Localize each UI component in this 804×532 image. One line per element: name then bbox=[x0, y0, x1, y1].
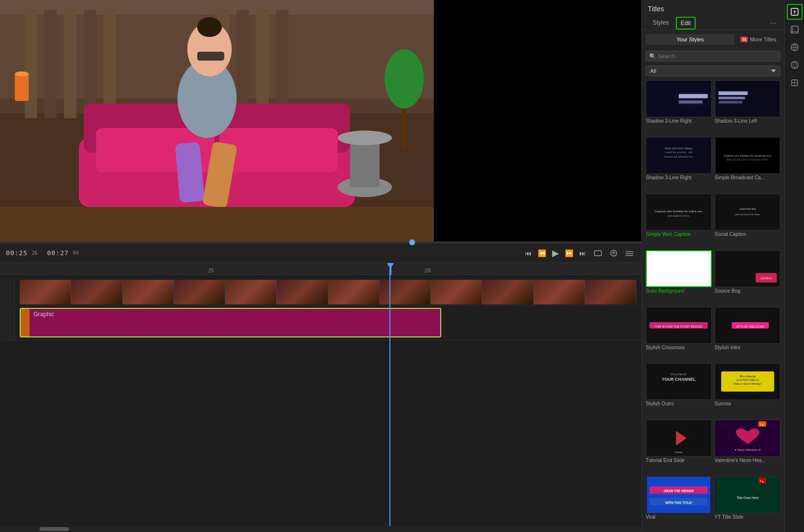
svg-rect-10 bbox=[256, 10, 269, 118]
play-button[interactable]: ▶ bbox=[550, 247, 561, 260]
export-button[interactable] bbox=[608, 248, 620, 258]
thumb-stylishCross[interactable]: THIS IS HOW THE STORY BEGINS. bbox=[646, 307, 712, 344]
svg-rect-35 bbox=[626, 255, 633, 256]
thumb-webCaption[interactable]: Captions and Subtitles for online use. a… bbox=[646, 194, 712, 231]
track-content-video[interactable] bbox=[15, 279, 641, 305]
svg-rect-42 bbox=[718, 97, 745, 99]
titles-tool-button[interactable]: T bbox=[787, 4, 803, 20]
skip-forward-button[interactable]: ⏭ bbox=[577, 248, 588, 258]
tab-edit[interactable]: Edit bbox=[676, 17, 696, 30]
video-track-row bbox=[0, 279, 641, 306]
svg-rect-38 bbox=[679, 100, 702, 103]
thumb-broadcast[interactable]: Captions use Subtitles for broadcast use… bbox=[715, 137, 781, 174]
list-item[interactable]: Shadow 3-Line Left bbox=[715, 80, 781, 134]
svg-text:and second line here.: and second line here. bbox=[735, 213, 760, 216]
svg-rect-43 bbox=[718, 101, 742, 103]
list-item[interactable]: T▲ Title Goes Here YT Title Slide bbox=[715, 476, 781, 530]
svg-point-27 bbox=[338, 131, 392, 145]
timecode-duration: 00:27 bbox=[47, 249, 69, 257]
timeline-scrollbar[interactable] bbox=[0, 526, 641, 532]
list-item[interactable]: GRAB THE VIEWER WITH THIS TITLE! Viral bbox=[646, 476, 712, 530]
video-strip[interactable] bbox=[20, 280, 636, 304]
track-content-graphic[interactable]: Graphic bbox=[15, 306, 641, 340]
thumb-name-shadow3r: Shadow 3-Line Right bbox=[646, 175, 712, 180]
thumb-tutorialEnd[interactable]: Adobe bbox=[646, 420, 712, 457]
svg-text:Captions use Subtitles for bro: Captions use Subtitles for broadcast use… bbox=[723, 154, 771, 157]
filter-select[interactable]: All Basic Lower Thirds Openers Titles bbox=[646, 66, 780, 76]
panel-header: Titles Styles Edit ··· bbox=[642, 0, 784, 30]
your-styles-button[interactable]: Your Styles bbox=[646, 34, 734, 45]
list-item[interactable]: STYLISH WELCOME Stylish Intro bbox=[715, 307, 781, 361]
fit-button[interactable] bbox=[592, 249, 604, 257]
crop-tool-button[interactable] bbox=[787, 22, 803, 37]
list-item[interactable]: ♥ Happy Valentine's ♥ T▲ Valentine's Neo… bbox=[715, 420, 781, 473]
scroll-thumb[interactable] bbox=[39, 527, 69, 531]
list-item[interactable]: THIS IS HOW THE STORY BEGINS. Stylish Cr… bbox=[646, 307, 712, 361]
skip-back-button[interactable]: ⏮ bbox=[523, 248, 534, 258]
more-titles-button[interactable]: St More Titles bbox=[736, 34, 780, 45]
svg-text:and related tex here.: and related tex here. bbox=[668, 215, 690, 217]
video-thumb bbox=[328, 280, 380, 304]
thumb-shadow3l[interactable] bbox=[715, 80, 781, 117]
thumb-socialCaption[interactable]: insert first line and second line here. bbox=[715, 194, 781, 231]
thumb-shadow3r[interactable]: Keep your focus always toward the sunshi… bbox=[646, 137, 712, 174]
video-thumb bbox=[174, 280, 225, 304]
list-item[interactable]: Shadow 2-Line Right bbox=[646, 80, 712, 134]
effects-tool-button[interactable] bbox=[787, 39, 803, 55]
svg-text:Both can have two or more line: Both can have two or more lines of text. bbox=[727, 159, 769, 161]
list-item[interactable]: Keep your focus always toward the sunshi… bbox=[646, 137, 712, 191]
video-preview bbox=[0, 0, 641, 243]
graphic-strip[interactable]: Graphic bbox=[20, 308, 441, 337]
video-thumb bbox=[71, 280, 122, 304]
panel-menu-dots[interactable]: ··· bbox=[768, 19, 778, 28]
svg-rect-37 bbox=[679, 94, 708, 99]
tab-styles[interactable]: Styles bbox=[648, 17, 674, 30]
graphic-orange-handle[interactable] bbox=[21, 309, 30, 336]
list-item[interactable]: SOURCE Source Bug bbox=[715, 250, 781, 304]
video-thumb bbox=[482, 280, 533, 304]
settings-button[interactable] bbox=[624, 248, 635, 258]
list-item[interactable]: Captions use Subtitles for broadcast use… bbox=[715, 137, 781, 191]
st-badge: St bbox=[740, 36, 748, 42]
svg-text:STYLISH WELCOME: STYLISH WELCOME bbox=[736, 325, 764, 328]
thumb-viral[interactable]: GRAB THE VIEWER WITH THIS TITLE! bbox=[646, 476, 712, 513]
thumb-sunrise[interactable]: Why is Monday so far from Friday, so Fri… bbox=[715, 363, 781, 400]
svg-rect-20 bbox=[197, 52, 224, 61]
frame-back-button[interactable]: ⏪ bbox=[536, 248, 548, 258]
svg-text:Friday is close to Monday?: Friday is close to Monday? bbox=[734, 383, 762, 385]
track-label-graphic bbox=[0, 306, 15, 340]
thumb-shadow2r[interactable] bbox=[646, 80, 712, 117]
list-item[interactable]: insert first line and second line here. … bbox=[715, 194, 781, 247]
svg-text:Captions and Subtitles for onl: Captions and Subtitles for online use. bbox=[655, 209, 703, 212]
search-input[interactable] bbox=[646, 51, 780, 62]
svg-text:Title Goes Here: Title Goes Here bbox=[736, 496, 759, 499]
list-item[interactable]: Captions and Subtitles for online use. a… bbox=[646, 194, 712, 247]
transform-tool-button[interactable] bbox=[787, 75, 803, 91]
list-item[interactable]: Solid Background bbox=[646, 250, 712, 304]
timeline-ruler[interactable]: :25 :26 bbox=[0, 263, 641, 275]
playhead-dot[interactable] bbox=[409, 239, 415, 245]
thumb-ytSlide[interactable]: T▲ Title Goes Here bbox=[715, 476, 781, 513]
thumb-solidBg[interactable] bbox=[646, 250, 712, 287]
thumb-sourceBug[interactable]: SOURCE bbox=[715, 250, 781, 287]
thumb-valentines[interactable]: ♥ Happy Valentine's ♥ T▲ bbox=[715, 420, 781, 457]
thumb-stylishOutro[interactable]: FOLLOW US YOUR CHANNEL bbox=[646, 363, 712, 400]
ruler-mark-25: :25 bbox=[207, 268, 214, 273]
list-item[interactable]: FOLLOW US YOUR CHANNEL Stylish Outro bbox=[646, 363, 712, 417]
video-thumb bbox=[277, 280, 328, 304]
svg-point-28 bbox=[385, 49, 424, 108]
list-item[interactable]: Why is Monday so far from Friday, so Fri… bbox=[715, 363, 781, 417]
frame-forward-button[interactable]: ⏩ bbox=[563, 248, 575, 258]
video-scrubber[interactable] bbox=[0, 241, 641, 243]
list-item[interactable]: Adobe Tutorial End Slide bbox=[646, 420, 712, 473]
video-thumb bbox=[431, 280, 482, 304]
svg-text:T: T bbox=[793, 10, 796, 15]
filter-row: All Basic Lower Thirds Openers Titles bbox=[646, 66, 780, 76]
svg-text:Keep your focus always: Keep your focus always bbox=[664, 147, 693, 150]
video-thumb bbox=[225, 280, 277, 304]
thumb-stylishIntro[interactable]: STYLISH WELCOME bbox=[715, 307, 781, 344]
svg-rect-30 bbox=[0, 207, 434, 241]
graphic-strip-label: Graphic bbox=[34, 311, 54, 318]
svg-rect-5 bbox=[64, 10, 76, 118]
audio-tool-button[interactable] bbox=[787, 57, 803, 73]
